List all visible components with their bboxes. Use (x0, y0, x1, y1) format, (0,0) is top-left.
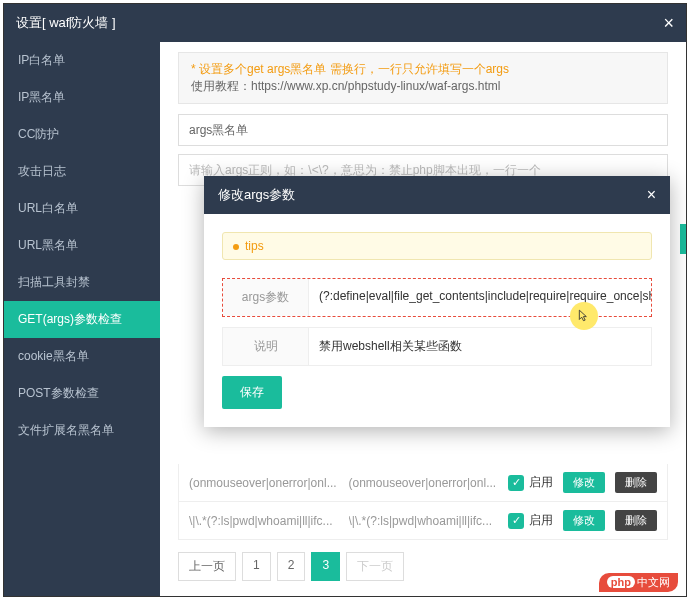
status-toggle[interactable]: ✓ 启用 (508, 474, 553, 491)
sidebar-item-get-args[interactable]: GET(args)参数检查 (4, 301, 160, 338)
prev-page-button[interactable]: 上一页 (178, 552, 236, 581)
sidebar-item-post-check[interactable]: POST参数检查 (4, 375, 160, 412)
modal-body: tips args参数 (?:define|eval|file_get_cont… (204, 214, 670, 427)
table-row: (onmouseover|onerror|onl... (onmouseover… (178, 464, 668, 502)
cell-pattern: (onmouseover|onerror|onl... (189, 476, 339, 490)
check-icon: ✓ (508, 513, 524, 529)
sidebar-item-url-blacklist[interactable]: URL黑名单 (4, 227, 160, 264)
desc-label: 说明 (223, 328, 309, 365)
sidebar-item-cookie-blacklist[interactable]: cookie黑名单 (4, 338, 160, 375)
add-button-edge[interactable] (680, 224, 686, 254)
modal-header: 修改args参数 × (204, 176, 670, 214)
cell-pattern: (onmouseover|onerror|onl... (349, 476, 499, 490)
next-page-button[interactable]: 下一页 (346, 552, 404, 581)
save-button[interactable]: 保存 (222, 376, 282, 409)
sidebar-item-url-whitelist[interactable]: URL白名单 (4, 190, 160, 227)
args-value-input[interactable]: (?:define|eval|file_get_contents|include… (309, 279, 651, 316)
sidebar-item-ip-whitelist[interactable]: IP白名单 (4, 42, 160, 79)
info-line1: * 设置多个get args黑名单 需换行，一行只允许填写一个args (191, 61, 655, 78)
delete-button[interactable]: 删除 (615, 472, 657, 493)
tips-box: tips (222, 232, 652, 260)
window-titlebar: 设置[ waf防火墙 ] × (4, 4, 686, 42)
info-line2: 使用教程：https://www.xp.cn/phpstudy-linux/wa… (191, 78, 655, 95)
args-label: args参数 (223, 279, 309, 316)
close-icon[interactable]: × (663, 13, 674, 34)
cell-pattern: \|\.*(?:ls|pwd|whoami|ll|ifc... (349, 514, 499, 528)
edit-button[interactable]: 修改 (563, 510, 605, 531)
info-box: * 设置多个get args黑名单 需换行，一行只允许填写一个args 使用教程… (178, 52, 668, 104)
dot-icon (233, 244, 239, 250)
main-content: * 设置多个get args黑名单 需换行，一行只允许填写一个args 使用教程… (160, 42, 686, 596)
table-row: \|\.*(?:ls|pwd|whoami|ll|ifc... \|\.*(?:… (178, 502, 668, 540)
pagination: 上一页 1 2 3 下一页 (178, 552, 668, 581)
delete-button[interactable]: 删除 (615, 510, 657, 531)
watermark: 中文网 (599, 573, 678, 592)
page-2-button[interactable]: 2 (277, 552, 306, 581)
cell-pattern: \|\.*(?:ls|pwd|whoami|ll|ifc... (189, 514, 339, 528)
sidebar-item-cc[interactable]: CC防护 (4, 116, 160, 153)
sidebar-item-ip-blacklist[interactable]: IP黑名单 (4, 79, 160, 116)
desc-field: 说明 禁用webshell相关某些函数 (222, 327, 652, 366)
sidebar-item-attack-log[interactable]: 攻击日志 (4, 153, 160, 190)
sidebar: IP白名单 IP黑名单 CC防护 攻击日志 URL白名单 URL黑名单 扫描工具… (4, 42, 160, 596)
page-3-button[interactable]: 3 (311, 552, 340, 581)
edit-args-modal: 修改args参数 × tips args参数 (?:define|eval|fi… (204, 176, 670, 427)
modal-title: 修改args参数 (218, 186, 295, 204)
page-1-button[interactable]: 1 (242, 552, 271, 581)
args-field-highlight: args参数 (?:define|eval|file_get_contents|… (222, 278, 652, 317)
status-toggle[interactable]: ✓ 启用 (508, 512, 553, 529)
modal-close-icon[interactable]: × (647, 186, 656, 204)
window-title: 设置[ waf防火墙 ] (16, 14, 116, 32)
sidebar-item-scanner-ban[interactable]: 扫描工具封禁 (4, 264, 160, 301)
sidebar-item-ext-blacklist[interactable]: 文件扩展名黑名单 (4, 412, 160, 449)
check-icon: ✓ (508, 475, 524, 491)
desc-value-input[interactable]: 禁用webshell相关某些函数 (309, 328, 651, 365)
edit-button[interactable]: 修改 (563, 472, 605, 493)
title-input[interactable] (178, 114, 668, 146)
